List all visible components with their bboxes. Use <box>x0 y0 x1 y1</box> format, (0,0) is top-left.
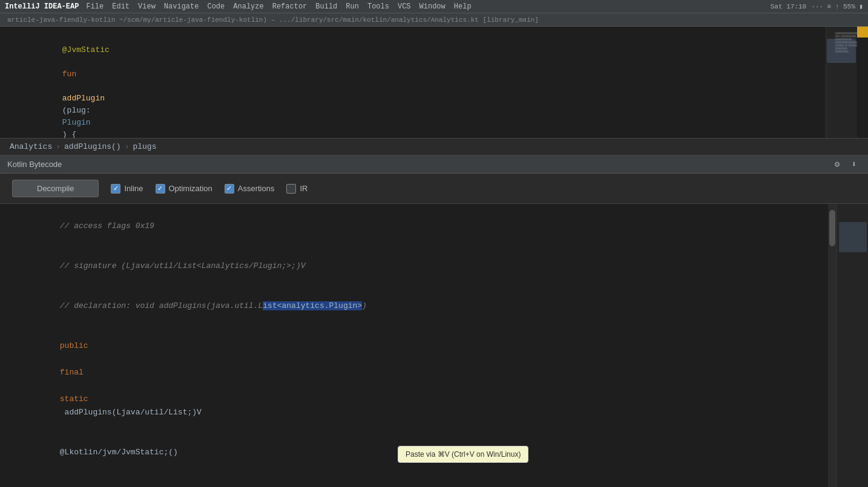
menu-build[interactable]: Build <box>315 2 337 11</box>
optimization-checkbox[interactable]: ✓ <box>156 184 165 194</box>
breadcrumb-addplugins[interactable]: addPlugins() <box>64 142 121 151</box>
menu-analyze[interactable]: Analyze <box>233 2 263 11</box>
menu-view[interactable]: View <box>138 2 156 11</box>
bytecode-area[interactable]: // access flags 0x19 // signature (Ljava… <box>0 204 868 487</box>
selected-text: ist<analytics.Plugin> <box>263 301 362 310</box>
filepath-bar: article-java-fiendly-kotlin ~/scm/my/art… <box>0 13 868 27</box>
checkmark-icon: ✓ <box>113 185 119 192</box>
settings-icon[interactable]: ⚙ <box>830 158 844 171</box>
method-name: addPlugin <box>62 94 105 103</box>
breadcrumb-bar: Analytics › addPlugins() › plugs <box>0 139 868 155</box>
bc-content: @Lorg/jetbrains/annotations/NotNull;() /… <box>24 472 254 487</box>
tooltip-text: Paste via ⌘V (Ctrl+V on Win/Linux) <box>406 450 521 459</box>
checkmark-icon: ✓ <box>157 185 163 192</box>
optimization-label: Optimization <box>169 184 212 193</box>
ir-checkbox-group: IR <box>286 184 307 194</box>
code-text: (plug: <box>62 106 96 115</box>
bytecode-minimap <box>837 204 868 487</box>
code-text <box>60 381 65 390</box>
menu-file[interactable]: File <box>86 2 104 11</box>
code-line: @JvmStatic fun addPlugin (plug: Plugin )… <box>0 31 868 139</box>
comment-text: // signature (Ljava/util/List<Lanalytics… <box>60 261 306 270</box>
comment-text: ) <box>362 301 367 310</box>
line-content: @JvmStatic fun addPlugin (plug: Plugin )… <box>28 32 110 139</box>
bc-content: // signature (Ljava/util/List<Lanalytics… <box>24 246 305 286</box>
type-name: Plugin <box>62 118 91 127</box>
bc-line: public final static addPlugins(Ljava/uti… <box>0 326 868 433</box>
assertions-label: Assertions <box>238 184 275 193</box>
menu-right-info: Sat 17:10 ··· ≡ ↑ 55% ▮ <box>771 2 863 10</box>
menu-tools[interactable]: Tools <box>367 2 389 11</box>
menu-vcs[interactable]: VCS <box>398 2 411 11</box>
bc-line: // access flags 0x19 <box>0 206 868 246</box>
paste-tooltip: Paste via ⌘V (Ctrl+V on Win/Linux) <box>398 446 528 463</box>
menu-run[interactable]: Run <box>346 2 359 11</box>
inline-checkbox[interactable]: ✓ <box>111 184 120 194</box>
menu-window[interactable]: Window <box>419 2 446 11</box>
datetime: Sat 17:10 <box>771 3 806 10</box>
bc-line: // signature (Ljava/util/List<Lanalytics… <box>0 246 868 286</box>
scrollbar-track[interactable] <box>828 204 837 487</box>
keyword-fun: fun <box>62 70 76 79</box>
inline-checkbox-group: ✓ Inline <box>111 184 143 194</box>
code-text <box>62 82 67 91</box>
top-right-indicator <box>857 27 868 38</box>
bc-content: // declaration: void addPlugins(java.uti… <box>24 286 367 326</box>
checkmark-icon: ✓ <box>226 185 232 192</box>
status-icons: ··· ≡ ↑ 55% ▮ <box>811 2 863 10</box>
panel-actions: ⚙ ⬇ <box>830 158 861 171</box>
download-icon[interactable]: ⬇ <box>847 158 861 171</box>
breadcrumb-plugs[interactable]: plugs <box>133 142 156 151</box>
code-text <box>60 355 65 364</box>
keyword: final <box>60 368 84 377</box>
bc-line-declaration: // declaration: void addPlugins(java.uti… <box>0 286 868 326</box>
comment-text: // access flags 0x19 <box>60 221 154 230</box>
bc-line: @Lorg/jetbrains/annotations/NotNull;() /… <box>0 472 868 487</box>
menu-code[interactable]: Code <box>207 2 225 11</box>
scrollbar-thumb[interactable] <box>829 210 835 246</box>
breadcrumb-sep-1: › <box>56 142 61 151</box>
panel-title: Kotlin Bytecode <box>7 160 62 169</box>
code-text: addPlugins(Ljava/util/List;)V <box>60 408 202 417</box>
assertions-checkbox[interactable]: ✓ <box>225 184 234 194</box>
code-editor-top: ████████████████████████████ ████ ██████… <box>0 27 868 139</box>
ir-checkbox[interactable] <box>286 184 296 194</box>
toolbar-row: Decompile ✓ Inline ✓ Optimization ✓ Asse… <box>0 174 868 204</box>
menu-items: File Edit View Navigate Code Analyze Ref… <box>86 2 471 11</box>
bytecode-minimap-thumb <box>839 222 867 252</box>
filepath-text: article-java-fiendly-kotlin ~/scm/my/art… <box>7 16 539 24</box>
minimap-viewport <box>827 39 856 63</box>
code-text: ) { <box>62 130 76 139</box>
optimization-checkbox-group: ✓ Optimization <box>156 184 212 194</box>
assertions-checkbox-group: ✓ Assertions <box>225 184 275 194</box>
ir-label: IR <box>300 184 307 193</box>
decompile-button[interactable]: Decompile <box>12 180 99 197</box>
menu-navigate[interactable]: Navigate <box>164 2 199 11</box>
menu-refactor[interactable]: Refactor <box>272 2 307 11</box>
app-name: IntelliJ IDEA-EAP <box>5 2 79 11</box>
menu-edit[interactable]: Edit <box>112 2 130 11</box>
code-text <box>62 57 67 67</box>
comment-text: // declaration: void addPlugins(java.uti… <box>60 301 263 310</box>
menu-bar: IntelliJ IDEA-EAP File Edit View Navigat… <box>0 0 868 13</box>
inline-label: Inline <box>124 184 143 193</box>
breadcrumb-analytics[interactable]: Analytics <box>10 142 52 151</box>
menu-help[interactable]: Help <box>454 2 472 11</box>
minimap: ████████████████████████████ ████ ██████… <box>826 27 857 138</box>
bc-content: // access flags 0x19 <box>24 206 154 246</box>
panel-header: Kotlin Bytecode ⚙ ⬇ <box>0 155 868 174</box>
bc-content: public final static addPlugins(Ljava/uti… <box>24 326 202 433</box>
keyword: static <box>60 394 88 404</box>
breadcrumb-sep-2: › <box>125 142 130 151</box>
code-text: @Lkotlin/jvm/JvmStatic;() <box>60 448 178 457</box>
annotation: @JvmStatic <box>62 45 110 54</box>
bc-content: @Lkotlin/jvm/JvmStatic;() <box>24 433 178 472</box>
keyword: public <box>60 341 88 350</box>
